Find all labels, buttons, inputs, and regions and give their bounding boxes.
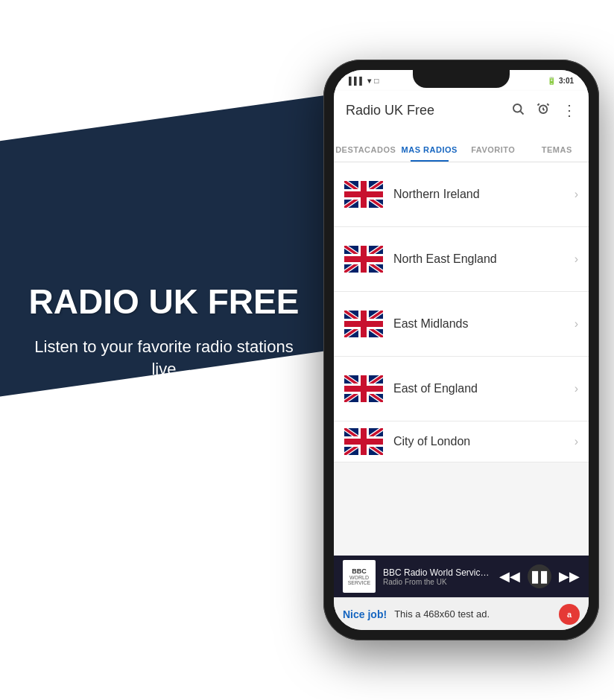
now-playing-bar[interactable]: BBC WORLD SERVICE BBC Radio World Servic… xyxy=(334,556,589,597)
now-playing-title: BBC Radio World Service... xyxy=(383,567,492,578)
svg-rect-31 xyxy=(344,321,383,327)
alarm-icon[interactable] xyxy=(537,102,550,119)
bbc-logo: BBC WORLD SERVICE xyxy=(343,560,376,593)
status-right: 🔋 3:01 xyxy=(547,77,574,85)
svg-rect-13 xyxy=(344,191,383,197)
battery-icon: 🔋 xyxy=(547,77,556,85)
tab-temas[interactable]: TEMAS xyxy=(525,145,589,162)
bbc-world-text: WORLD xyxy=(349,575,369,580)
list-item[interactable]: Northern Ireland › xyxy=(334,162,589,227)
chevron-right-icon: › xyxy=(575,382,578,395)
chevron-right-icon: › xyxy=(575,317,578,331)
chevron-right-icon: › xyxy=(575,188,578,201)
list-item[interactable]: East of England › xyxy=(334,357,589,421)
list-item[interactable]: North East England › xyxy=(334,227,589,292)
list-container: Northern Ireland › xyxy=(334,162,589,556)
tab-mas-radios[interactable]: MAS RADIOS xyxy=(398,145,462,162)
now-playing-subtitle: Radio From the UK xyxy=(383,578,492,586)
chevron-right-icon: › xyxy=(575,435,578,448)
region-label: Northern Ireland xyxy=(393,188,564,201)
ad-logo: a xyxy=(559,604,580,625)
tabs-bar: DESTACADOS MAS RADIOS FAVORITO TEMAS xyxy=(334,130,589,162)
cast-icon: □ xyxy=(374,77,379,85)
list-item[interactable]: City of London › xyxy=(334,421,589,462)
forward-button[interactable]: ▶▶ xyxy=(559,568,580,585)
ad-main-text: This a 468x60 test ad. xyxy=(394,608,551,620)
app-header: Radio UK Free xyxy=(334,91,589,130)
svg-rect-22 xyxy=(344,256,383,262)
uk-flag-northern-ireland xyxy=(344,181,383,208)
uk-flag-north-east xyxy=(344,246,383,273)
uk-flag-city-london xyxy=(344,428,383,455)
bbc-text: BBC xyxy=(352,568,367,575)
svg-line-3 xyxy=(538,104,539,105)
chevron-right-icon: › xyxy=(575,252,578,266)
phone-screen: ▌▌▌ ▾ □ 🔋 3:01 Radio UK Free xyxy=(334,70,589,630)
main-title: RADIO UK FREE xyxy=(22,283,306,321)
phone-notch xyxy=(413,70,510,88)
player-controls: ◀◀ ▮▮ ▶▶ xyxy=(499,564,580,588)
region-label: City of London xyxy=(393,435,564,448)
region-label: East Midlands xyxy=(393,317,564,331)
list-item[interactable]: East Midlands › xyxy=(334,292,589,357)
ad-bar: Nice job! This a 468x60 test ad. a xyxy=(334,597,589,630)
uk-flag-east-england xyxy=(344,375,383,402)
tab-destacados[interactable]: DESTACADOS xyxy=(334,145,398,162)
search-icon[interactable] xyxy=(511,102,525,119)
now-playing-info: BBC Radio World Service... Radio From th… xyxy=(383,567,492,586)
time-display: 3:01 xyxy=(559,77,574,85)
svg-point-0 xyxy=(513,104,522,112)
rewind-button[interactable]: ◀◀ xyxy=(499,568,520,585)
wifi-icon: ▾ xyxy=(367,77,371,85)
left-content: RADIO UK FREE Listen to your favorite ra… xyxy=(22,283,306,381)
tab-favorito[interactable]: FAVORITO xyxy=(461,145,525,162)
svg-line-1 xyxy=(520,111,523,114)
phone-outer: ▌▌▌ ▾ □ 🔋 3:01 Radio UK Free xyxy=(323,60,599,640)
svg-rect-40 xyxy=(344,386,383,392)
play-pause-button[interactable]: ▮▮ xyxy=(528,564,551,588)
ad-nice-text: Nice job! xyxy=(343,608,387,620)
subtitle: Listen to your favorite radio stations l… xyxy=(22,336,306,382)
signal-icon: ▌▌▌ xyxy=(349,77,364,85)
status-left: ▌▌▌ ▾ □ xyxy=(349,77,379,85)
ad-logo-letter: a xyxy=(567,610,572,619)
region-label: East of England xyxy=(393,382,564,395)
app-title: Radio UK Free xyxy=(346,103,434,118)
uk-flag-east-midlands xyxy=(344,311,383,337)
phone-wrapper: ▌▌▌ ▾ □ 🔋 3:01 Radio UK Free xyxy=(323,60,599,640)
region-label: North East England xyxy=(393,252,564,266)
more-menu-icon[interactable]: ⋮ xyxy=(562,103,577,118)
header-icons: ⋮ xyxy=(511,102,577,119)
svg-rect-49 xyxy=(344,439,383,445)
bbc-service-text: SERVICE xyxy=(348,580,371,585)
svg-line-4 xyxy=(547,104,548,105)
